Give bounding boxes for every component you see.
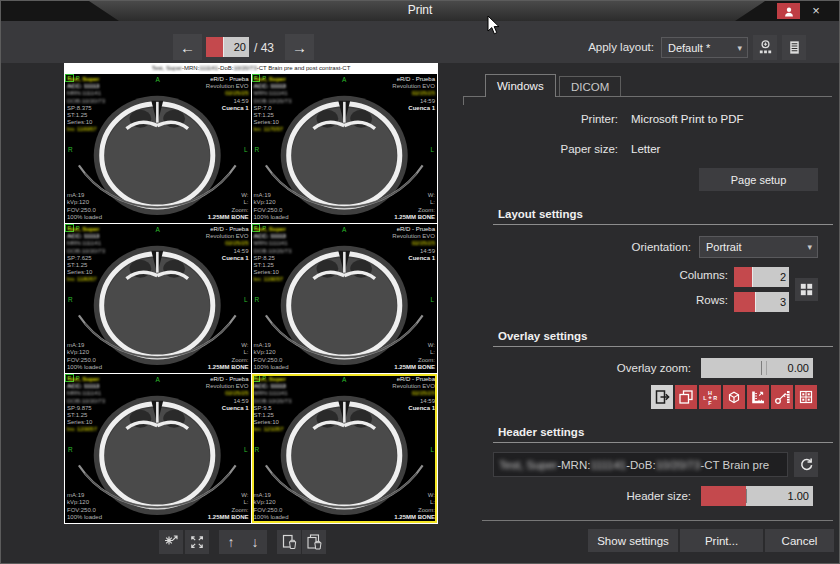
ct-cell[interactable]: Test, SuperACC: 11113MRN:111141DOB:10/20… — [65, 224, 251, 373]
apply-layout-value: Default * — [668, 42, 710, 54]
header-settings-heading: Header settings — [498, 426, 584, 438]
ct-cell[interactable]: Test, SuperACC: 11113MRN:111141DOB:10/20… — [65, 74, 251, 223]
exit-overlay-button[interactable] — [651, 385, 673, 409]
overlay-tr: eR/D - PruebaRevolution EVO02/25/2514:59… — [392, 376, 435, 412]
print-button[interactable]: Print... — [680, 529, 763, 552]
layout-list-icon — [786, 39, 803, 56]
overlay-br: W:L:Zoom:1.25MM BONE — [208, 192, 249, 221]
overlay-tl: Test, SuperACC: 11113MRN:111141DOB:10/20… — [254, 376, 292, 434]
preview-grid: Test, SuperACC: 11113MRN:111141DOB:10/20… — [65, 74, 437, 523]
orientation-markers-button[interactable]: HLRF — [699, 385, 721, 409]
overlay-bl: mA:19kVp:120FOV:250.0100% loaded — [254, 342, 289, 371]
orientation-label: Orientation: — [561, 241, 691, 253]
page-number-value: 20 — [234, 41, 246, 53]
overlay-tr: eR/D - PruebaRevolution EVO02/25/2514:59… — [206, 376, 249, 412]
overlay-zoom-slider[interactable]: 0.00 — [701, 358, 813, 378]
page-total-label: / 43 — [254, 41, 274, 55]
header-size-label: Header size: — [551, 490, 691, 502]
page-number-spinner[interactable]: 20 — [206, 37, 249, 57]
printer-label: Printer: — [488, 113, 618, 125]
spinner-drag-area[interactable] — [206, 37, 224, 57]
next-page-button[interactable]: → — [285, 34, 314, 60]
move-up-button[interactable]: ↑ — [219, 530, 243, 554]
orientation-dropdown[interactable]: Portrait ▾ — [699, 236, 818, 258]
move-down-button[interactable]: ↓ — [243, 530, 267, 554]
grid-layout-button[interactable] — [795, 278, 818, 301]
rows-spinner[interactable]: 3 — [734, 292, 789, 312]
stacked-copies-button[interactable] — [675, 385, 697, 409]
delete-page-button[interactable] — [277, 530, 301, 554]
section-divider — [493, 442, 833, 443]
tab-windows[interactable]: Windows — [485, 74, 556, 97]
svg-text:L: L — [703, 395, 707, 401]
key-annotation-button[interactable] — [771, 385, 793, 409]
overlay-br: W:L:Zoom:1.25MM BONE — [208, 492, 249, 521]
user-button[interactable] — [777, 3, 800, 19]
overlay-br: W:L:Zoom:1.25MM BONE — [208, 342, 249, 371]
fit-screen-button[interactable] — [185, 530, 209, 554]
paper-size-label: Paper size: — [488, 143, 618, 155]
exit-overlay-icon — [653, 388, 671, 406]
overlay-zoom-label: Overlay zoom: — [541, 362, 691, 374]
ct-cell[interactable]: Test, SuperACC: 11113MRN:111141DOB:10/20… — [252, 74, 438, 223]
grid-2x2-icon — [798, 281, 815, 298]
reset-header-button[interactable] — [794, 452, 818, 477]
overlay-br: W:L:Zoom:1.25MM BONE — [394, 192, 435, 221]
mouse-cursor — [487, 15, 500, 35]
columns-spinner[interactable]: 2 — [734, 267, 789, 287]
slider-handle[interactable] — [766, 361, 767, 375]
orientation-markers-icon: HLRF — [701, 388, 719, 406]
svg-text:F: F — [708, 400, 712, 406]
ct-cell[interactable]: Test, SuperACC: 11113MRN:111141DOB:10/20… — [65, 374, 251, 523]
arrow-left-icon: ← — [180, 39, 195, 56]
printer-value: Microsoft Print to PDF — [631, 113, 743, 125]
header-size-value: 1.00 — [788, 490, 809, 502]
prev-page-button[interactable]: ← — [173, 34, 202, 60]
rows-label: Rows: — [601, 294, 728, 306]
overlay-tr: eR/D - PruebaRevolution EVO02/25/2514:59… — [206, 76, 249, 112]
apply-layout-dropdown[interactable]: Default * ▾ — [661, 37, 748, 58]
header-text-input[interactable]: Test, Super-MRN:111141-DoB:10/20/73-CT B… — [493, 452, 788, 477]
delete-all-pages-button[interactable] — [302, 530, 326, 554]
fit-screen-icon — [188, 533, 206, 551]
layout-settings-heading: Layout settings — [498, 208, 583, 220]
close-button[interactable]: × — [807, 2, 825, 19]
spinner-drag-area[interactable] — [734, 267, 753, 287]
manage-layouts-button[interactable] — [782, 35, 806, 60]
chevron-down-icon: ▾ — [737, 43, 742, 53]
ct-cell[interactable]: Test, SuperACC: 11113MRN:111141DOB:10/20… — [252, 374, 438, 523]
overlay-bl: mA:19kVp:120FOV:250.0100% loaded — [67, 192, 102, 221]
grid-table-icon — [797, 388, 815, 406]
cancel-button[interactable]: Cancel — [765, 529, 834, 552]
ct-cell[interactable]: Test, SuperACC: 11113MRN:111141DOB:10/20… — [252, 224, 438, 373]
cube-3d-button[interactable] — [723, 385, 745, 409]
tab-dicom[interactable]: DICOM — [559, 76, 621, 97]
spinner-drag-area[interactable] — [734, 292, 756, 312]
show-settings-button[interactable]: Show settings — [588, 529, 678, 552]
overlay-tl: Test, SuperACC: 11113MRN:111141DOB:10/20… — [67, 226, 105, 284]
delete-page-icon — [280, 533, 298, 551]
overlay-bl: mA:19kVp:120FOV:250.0100% loaded — [254, 192, 289, 221]
ruler-measure-button[interactable] — [747, 385, 769, 409]
header-size-slider[interactable]: 1.00 — [701, 486, 813, 506]
page-setup-button[interactable]: Page setup — [699, 168, 818, 191]
delete-all-pages-icon — [305, 533, 323, 551]
overlay-tl: Test, SuperACC: 11113MRN:111141DOB:10/20… — [67, 76, 105, 134]
overlay-tr: eR/D - PruebaRevolution EVO02/25/2514:59… — [392, 226, 435, 262]
window-title: Print — [1, 3, 839, 17]
columns-value: 2 — [780, 271, 786, 283]
refresh-icon — [798, 456, 815, 473]
add-layout-button[interactable] — [753, 35, 777, 60]
slider-handle[interactable] — [761, 361, 762, 375]
chevron-down-icon: ▾ — [807, 242, 812, 252]
auto-window-button[interactable] — [159, 530, 183, 554]
grid-table-button[interactable] — [795, 385, 817, 409]
slider-fill[interactable] — [701, 486, 746, 506]
overlay-bl: mA:19kVp:120FOV:250.0100% loaded — [254, 492, 289, 521]
overlay-bl: mA:19kVp:120FOV:250.0100% loaded — [67, 492, 102, 521]
cube-3d-icon — [725, 388, 743, 406]
print-preview-page: Test, Super-MRN:111141-DoB:10/20/73-CT B… — [64, 63, 438, 524]
svg-text:H: H — [708, 390, 712, 396]
overlay-zoom-value: 0.00 — [788, 362, 809, 374]
slider-handle[interactable] — [746, 489, 747, 503]
